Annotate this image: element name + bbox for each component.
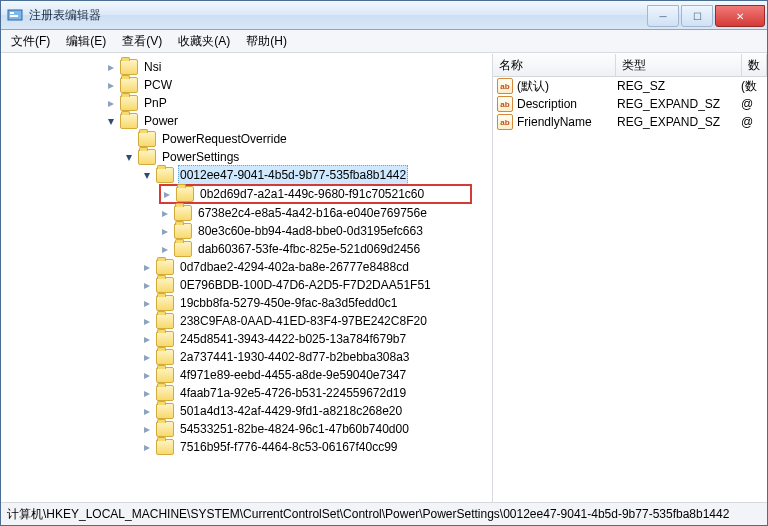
expander-icon[interactable] [141,297,153,309]
expander-icon[interactable] [141,333,153,345]
menubar: 文件(F) 编辑(E) 查看(V) 收藏夹(A) 帮助(H) [1,30,767,53]
expander-icon[interactable] [141,261,153,273]
menu-fav[interactable]: 收藏夹(A) [170,31,238,52]
expander-icon[interactable] [141,315,153,327]
expander-icon [123,133,135,145]
folder-icon [156,331,174,347]
expander-icon[interactable] [161,188,173,200]
value-type: REG_SZ [615,79,739,93]
tree-item[interactable]: 19cbb8fa-5279-450e-9fac-8a3d5fedd0c1 [141,294,492,312]
value-name: Description [517,97,577,111]
column-type[interactable]: 类型 [616,54,742,76]
folder-icon [174,241,192,257]
expander-icon[interactable] [141,169,153,181]
tree-label: 0E796BDB-100D-47D6-A2D5-F7D2DAA51F51 [178,276,433,294]
tree-item[interactable]: 4f971e89-eebd-4455-a8de-9e59040e7347 [141,366,492,384]
tree-item[interactable]: 0E796BDB-100D-47D6-A2D5-F7D2DAA51F51 [141,276,492,294]
tree-item[interactable]: 6738e2c4-e8a5-4a42-b16a-e040e769756e [159,204,492,222]
close-button[interactable]: ✕ [715,5,765,27]
folder-icon [156,439,174,455]
expander-icon[interactable] [105,115,117,127]
folder-icon [156,167,174,183]
tree-label: 238C9FA8-0AAD-41ED-83F4-97BE242C8F20 [178,312,429,330]
value-row[interactable]: abFriendlyNameREG_EXPAND_SZ@ [493,113,767,131]
tree-item[interactable]: dab60367-53fe-4fbc-825e-521d069d2456 [159,240,492,258]
tree-item[interactable]: 2a737441-1930-4402-8d77-b2bebba308a3 [141,348,492,366]
menu-file[interactable]: 文件(F) [3,31,58,52]
tree-item[interactable]: 501a4d13-42af-4429-9fd1-a8218c268e20 [141,402,492,420]
tree-item[interactable]: 54533251-82be-4824-96c1-47b60b740d00 [141,420,492,438]
tree-item-power[interactable]: Power [105,112,492,130]
value-row[interactable]: ab(默认)REG_SZ(数 [493,77,767,95]
menu-view[interactable]: 查看(V) [114,31,170,52]
tree-item-requestoverride[interactable]: PowerRequestOverride [123,130,492,148]
values-pane[interactable]: 名称 类型 数 ab(默认)REG_SZ(数abDescriptionREG_E… [493,54,767,502]
tree-pane[interactable]: NsiPCWPnP Power PowerRequestOverride [1,54,493,502]
tree-label: 4f971e89-eebd-4455-a8de-9e59040e7347 [178,366,408,384]
value-row[interactable]: abDescriptionREG_EXPAND_SZ@ [493,95,767,113]
menu-edit[interactable]: 编辑(E) [58,31,114,52]
client-area: NsiPCWPnP Power PowerRequestOverride [1,53,767,502]
expander-icon[interactable] [159,207,171,219]
expander-icon[interactable] [105,79,117,91]
expander-icon[interactable] [105,61,117,73]
expander-icon[interactable] [141,387,153,399]
tree-label: PowerSettings [160,148,241,166]
folder-icon [174,205,192,221]
tree-label: PCW [142,76,174,94]
expander-icon[interactable] [141,279,153,291]
folder-icon [138,131,156,147]
expander-icon[interactable] [141,441,153,453]
string-value-icon: ab [497,96,513,112]
window-controls: ─ ☐ ✕ [645,5,765,25]
titlebar[interactable]: 注册表编辑器 ─ ☐ ✕ [1,1,767,30]
folder-icon [156,403,174,419]
values-header: 名称 类型 数 [493,54,767,77]
column-data[interactable]: 数 [742,54,767,76]
expander-icon[interactable] [141,369,153,381]
expander-icon[interactable] [159,243,171,255]
tree-label: 0012ee47-9041-4b5d-9b77-535fba8b1442 [178,165,408,185]
tree-label: 0d7dbae2-4294-402a-ba8e-26777e8488cd [178,258,411,276]
tree-item[interactable]: 80e3c60e-bb94-4ad8-bbe0-0d3195efc663 [159,222,492,240]
tree-item[interactable]: 238C9FA8-0AAD-41ED-83F4-97BE242C8F20 [141,312,492,330]
folder-icon [156,295,174,311]
tree-label: 0b2d69d7-a2a1-449c-9680-f91c70521c60 [198,185,426,203]
tree-item-highlighted[interactable]: 0b2d69d7-a2a1-449c-9680-f91c70521c60 [159,184,492,204]
tree-label: 6738e2c4-e8a5-4a42-b16a-e040e769756e [196,204,429,222]
tree-label: 245d8541-3943-4422-b025-13a784f679b7 [178,330,408,348]
tree-item[interactable]: 245d8541-3943-4422-b025-13a784f679b7 [141,330,492,348]
expander-icon[interactable] [141,351,153,363]
expander-icon[interactable] [123,151,135,163]
tree-label: dab60367-53fe-4fbc-825e-521d069d2456 [196,240,422,258]
tree-label: 54533251-82be-4824-96c1-47b60b740d00 [178,420,411,438]
tree-item[interactable]: 4faab71a-92e5-4726-b531-224559672d19 [141,384,492,402]
regedit-icon [7,7,23,23]
minimize-button[interactable]: ─ [647,5,679,27]
maximize-button[interactable]: ☐ [681,5,713,27]
value-type: REG_EXPAND_SZ [615,97,739,111]
tree-item-powersettings[interactable]: PowerSettings [123,148,492,166]
tree-item[interactable]: 0d7dbae2-4294-402a-ba8e-26777e8488cd [141,258,492,276]
tree-item[interactable]: PCW [105,76,492,94]
menu-help[interactable]: 帮助(H) [238,31,295,52]
expander-icon[interactable] [141,423,153,435]
value-data: @ [739,115,767,129]
tree-label: 2a737441-1930-4402-8d77-b2bebba308a3 [178,348,412,366]
tree-label: PnP [142,94,169,112]
tree-item[interactable]: 7516b95f-f776-4464-8c53-06167f40cc99 [141,438,492,456]
folder-icon [156,313,174,329]
folder-icon [156,367,174,383]
column-name[interactable]: 名称 [493,54,616,76]
tree-label: 19cbb8fa-5279-450e-9fac-8a3d5fedd0c1 [178,294,400,312]
tree-item[interactable]: PnP [105,94,492,112]
expander-icon[interactable] [159,225,171,237]
tree-item[interactable]: Nsi [105,58,492,76]
tree-label: PowerRequestOverride [160,130,289,148]
folder-icon [120,95,138,111]
tree-item-selected[interactable]: 0012ee47-9041-4b5d-9b77-535fba8b1442 0b2… [141,166,492,258]
expander-icon[interactable] [105,97,117,109]
expander-icon[interactable] [141,405,153,417]
value-data: (数 [739,78,767,95]
status-bar: 计算机\HKEY_LOCAL_MACHINE\SYSTEM\CurrentCon… [1,502,767,525]
